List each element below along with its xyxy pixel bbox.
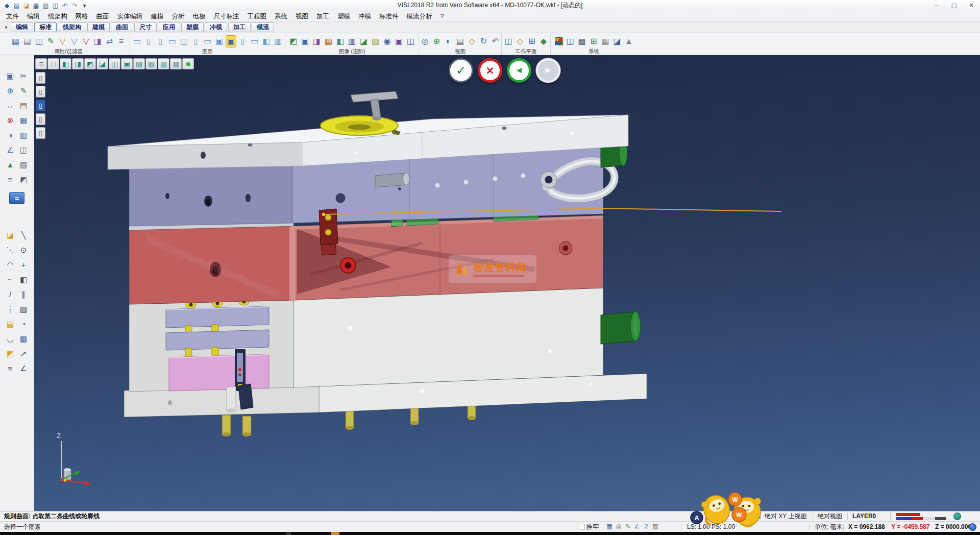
view-front-icon[interactable]: ◧ (60, 58, 71, 69)
view-mode-indicator[interactable]: 绝对 XY 上视图 (765, 512, 806, 521)
taskbar-active-item[interactable] (331, 532, 339, 535)
menu-item[interactable]: 塑模 (333, 11, 354, 22)
redo-icon[interactable]: ↷ (70, 1, 79, 10)
view-menu-icon[interactable]: ≡ (35, 58, 47, 69)
menu-item[interactable]: 实体编辑 (113, 11, 147, 22)
print-icon[interactable]: ▥ (41, 1, 50, 10)
window-icon[interactable]: ◫ (565, 35, 576, 47)
new-file-icon[interactable]: ▤ (12, 1, 21, 10)
select-icon[interactable]: ▣ (4, 68, 17, 83)
view-top-icon[interactable]: ◩ (84, 58, 96, 69)
properties-sheet-icon[interactable]: ▤ (22, 35, 33, 47)
grid-image-icon[interactable]: ▨ (370, 35, 381, 47)
view-iso2-icon[interactable]: ▨ (145, 58, 157, 69)
tab[interactable]: 应用 (158, 22, 180, 32)
render-icon[interactable]: ▣ (214, 35, 225, 47)
clipboard-5-icon[interactable]: ▯ (36, 127, 45, 139)
snap-icon[interactable]: ⊕ (4, 83, 17, 98)
delete-icon[interactable]: ⊗ (4, 113, 17, 128)
dashed-line-icon[interactable]: ⋱ (4, 242, 17, 257)
menu-item[interactable]: 文件 (2, 11, 23, 22)
clipboard-2-icon[interactable]: ▯ (36, 86, 45, 98)
menu-item[interactable]: 建模 (147, 11, 168, 22)
tab[interactable]: 线架构 (58, 22, 86, 32)
menu-item[interactable]: 加工 (312, 11, 333, 22)
tab[interactable]: 标准 (34, 22, 57, 32)
workplane-align-icon[interactable]: ◇ (515, 35, 526, 47)
view-iso4-icon[interactable]: ▥ (170, 58, 182, 69)
parallel-icon[interactable]: ∥ (17, 287, 30, 302)
zoom-in-icon[interactable]: ⊕ (431, 35, 442, 47)
preview-icon[interactable]: ▥ (273, 35, 283, 47)
shaded-edges-icon[interactable]: ▣ (226, 35, 236, 47)
table-icon[interactable]: ▦ (600, 35, 611, 47)
menu-item[interactable]: 冲模 (354, 11, 375, 22)
previous-view-icon[interactable]: ↶ (490, 35, 501, 47)
layer2-status-icon[interactable]: 2 (642, 522, 651, 531)
palette-swatch[interactable] (896, 517, 946, 520)
perspective-icon[interactable]: ▲ (624, 35, 634, 47)
ghost-icon[interactable]: ▭ (249, 35, 260, 47)
copy-attributes-icon[interactable]: ◫ (34, 35, 44, 47)
cancel-button[interactable]: × (478, 58, 502, 83)
dots-icon[interactable]: ⋮ (4, 302, 17, 317)
save-icon[interactable]: ▦ (32, 1, 40, 10)
layer-indicator[interactable]: LAYER0 (852, 512, 876, 521)
texture-icon[interactable]: ▣ (300, 35, 310, 47)
corner-fill-icon[interactable]: ◩ (4, 346, 17, 361)
line-icon[interactable]: ╲ (17, 228, 30, 242)
point-icon[interactable]: + (17, 257, 30, 272)
trim-icon[interactable]: ✂ (17, 68, 30, 83)
hatch-status-icon[interactable]: ▨ (651, 522, 660, 531)
maximize-button[interactable]: ▢ (945, 0, 963, 11)
menu-item[interactable]: 尺寸标注 (210, 11, 243, 22)
quarter-icon[interactable]: ◔ (17, 317, 30, 331)
light-icon[interactable]: ◨ (311, 35, 322, 47)
tube-icon[interactable]: ▭ (167, 35, 178, 47)
view-bottom-icon[interactable]: ◪ (96, 58, 108, 69)
environment-icon[interactable]: ◪ (358, 35, 369, 47)
arrow-icon[interactable]: ↗ (17, 346, 30, 361)
circle-icon[interactable]: ⊙ (17, 242, 30, 257)
equal-icon[interactable]: ≡ (4, 361, 17, 376)
menu-item[interactable]: ? (436, 11, 448, 22)
tab-dropdown-icon[interactable]: ▾ (2, 25, 10, 30)
clipboard-4-icon[interactable]: ▯ (36, 113, 45, 125)
surface-icon[interactable]: ▯ (190, 35, 201, 47)
menu-item[interactable]: 分析 (168, 11, 189, 22)
triangle-icon[interactable]: ▲ (4, 157, 17, 172)
tab[interactable]: 曲面 (111, 22, 133, 32)
arc-down-icon[interactable]: ◡ (4, 331, 17, 346)
compare-icon[interactable]: ◫ (405, 35, 416, 47)
hidden-line-icon[interactable]: ▯ (237, 35, 248, 47)
minimize-button[interactable]: ─ (928, 0, 945, 11)
edit-status-icon[interactable]: ✎ (623, 522, 632, 531)
layers-icon[interactable]: ◨ (92, 35, 103, 47)
edit-attributes-icon[interactable]: ✎ (45, 35, 56, 47)
reflection-icon[interactable]: ▥ (347, 35, 357, 47)
list-icon[interactable]: ≡ (116, 35, 127, 47)
app-icon[interactable]: ◆ (3, 1, 11, 10)
view-list-icon[interactable]: ▤ (455, 35, 465, 47)
undo-icon[interactable]: ↶ (61, 1, 69, 10)
status-blue-indicator-icon[interactable] (969, 523, 976, 531)
mold-lower-green-cylinder[interactable] (601, 311, 641, 344)
clipboard-1-icon[interactable]: ▯ (36, 72, 45, 84)
angle-icon[interactable]: ∠ (4, 142, 17, 157)
confirm-button[interactable]: ✓ (449, 58, 473, 83)
mold-locating-ring[interactable] (321, 116, 401, 135)
absolute-view-indicator[interactable]: 绝对视图 (818, 512, 842, 521)
mold-3d-model[interactable] (34, 55, 980, 511)
menu-item[interactable]: 工程图 (243, 11, 271, 22)
quick-access-more-icon[interactable]: ▾ (80, 1, 89, 10)
rotate-view-icon[interactable]: ↻ (478, 35, 489, 47)
lock-toggle[interactable]: 拴牢 (579, 522, 599, 532)
hatch-lines-icon[interactable]: ▨ (17, 302, 30, 317)
taskbar-item[interactable] (286, 532, 291, 535)
menu-item[interactable]: 系统 (271, 11, 291, 22)
input-method-badge[interactable]: A (691, 512, 703, 524)
open-file-icon[interactable]: ◪ (22, 1, 31, 10)
view-shaded-icon[interactable]: ■ (182, 58, 194, 69)
swap-icon[interactable]: ⇄ (104, 35, 115, 47)
zoom-status-icon[interactable]: ◎ (614, 522, 623, 531)
